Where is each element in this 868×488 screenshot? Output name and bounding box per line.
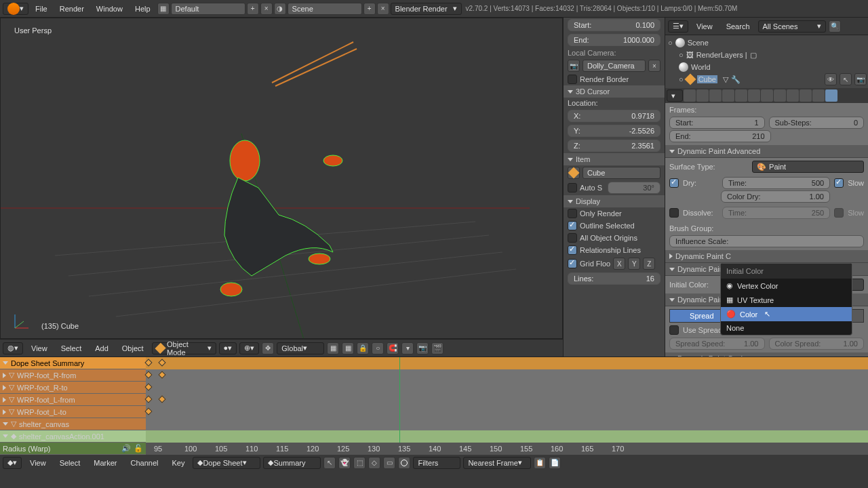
popup-vertex-color[interactable]: ◉Vertex Color [721,279,852,293]
3d-viewport[interactable]: User Persp [0,18,563,339]
3d-menu-add[interactable]: Add [90,342,114,355]
autosmooth-angle[interactable]: 30° [608,182,660,194]
tab-texture[interactable] [800,89,812,102]
restrict-select-icon[interactable]: ↖ [840,73,852,85]
props-editor-dd[interactable]: ▾ [667,89,683,102]
del-scene-icon[interactable]: × [377,3,389,15]
menu-help[interactable]: Help [130,2,156,16]
channel-radius[interactable]: Radius (Warp)🔊🔓 [0,443,146,455]
axis-x-btn[interactable]: X [613,258,625,270]
editor-type-dd[interactable]: ▾ [3,3,28,15]
popup-color[interactable]: 🔴Color↖ [721,307,852,321]
influence-scale[interactable]: Influence Scale: [669,235,864,247]
axis-y-btn[interactable]: Y [628,258,640,270]
tree-scene[interactable]: ○Scene [667,37,867,49]
spread-speed[interactable]: Spread Speed:1.00 [669,338,765,350]
tab-world[interactable] [722,89,734,102]
panel-dp-cache[interactable]: Dynamic Paint Cache [665,352,868,357]
3d-menu-object[interactable]: Object [117,342,149,355]
channel-list[interactable]: Dope Sheet Summary ▽WRP-foot_R-from ▽WRP… [0,357,146,455]
ds-filters-dd[interactable]: Filters [413,457,460,469]
channel-row[interactable]: ▽shelter_canvas [0,418,146,430]
lock-to-scene-icon[interactable]: 🔒 [357,342,369,354]
origins-chk[interactable] [568,233,577,243]
panel-dp-output[interactable]: Dynamic Paint C [665,250,868,263]
3d-menu-select[interactable]: Select [56,342,87,355]
ds-errors-icon[interactable]: ⬚ [353,457,366,469]
channel-action[interactable]: ◆shelter_canvasAction.001 [0,430,146,443]
tab-constraints[interactable] [748,89,760,102]
tree-renderlayers[interactable]: ○🖼RenderLayers |▢ [667,49,867,61]
time-ruler[interactable]: 95 100 105 110 115 120 125 130 135 140 1… [146,443,868,455]
add-layout-icon[interactable]: + [247,3,259,15]
tab-renderlayers[interactable] [696,89,709,102]
ds-mode-dd[interactable]: ◆ Dope Sheet ▾ [193,457,260,469]
ds-editor-dd[interactable]: ◆▾ [3,457,22,469]
cursor-y[interactable]: Y:-2.5526 [568,125,660,137]
snap-toggle[interactable]: 🧲 [387,342,399,354]
ds-paste-icon[interactable]: 📄 [549,457,561,469]
cursor-x[interactable]: X:0.9718 [568,110,660,122]
playhead[interactable] [399,357,400,455]
restrict-render-icon[interactable]: 📷 [854,73,867,85]
proportional-dd[interactable]: ○ [372,342,384,354]
ds-hidden-icon[interactable]: 👻 [338,457,351,469]
clear-camera-icon[interactable]: × [648,60,660,72]
render-engine-dd[interactable]: Blender Render▾ [391,3,462,15]
outliner-type-dd[interactable]: ☰▾ [668,20,688,33]
editor-type-3dview[interactable]: ◍▾ [3,342,23,354]
tree-world[interactable]: World [667,61,867,73]
outliner-tree[interactable]: ○Scene ○🖼RenderLayers |▢ World ○Cube▽🔧 👁… [665,35,868,88]
dissolve-chk[interactable] [669,208,679,218]
outliner-view[interactable]: View [691,20,718,33]
3d-menu-view[interactable]: View [26,342,53,355]
tree-cube[interactable]: ○Cube▽🔧 👁↖📷 [667,73,867,85]
color-spread[interactable]: Color Spread:1.00 [769,338,865,350]
ds-summary-dd[interactable]: ◆ Summary [263,457,321,469]
render-border-chk[interactable] [568,75,577,84]
ds-nla-icon[interactable]: ▭ [383,457,395,469]
rel-lines-chk[interactable] [568,245,577,255]
opengl-anim-icon[interactable]: 🎬 [431,342,443,354]
menu-render[interactable]: Render [54,2,90,16]
snap-type-dd[interactable]: ▾ [401,342,414,354]
dissolve-slow-chk[interactable] [834,208,844,218]
channel-row[interactable]: ▽WRP-foot_R-to [0,382,146,394]
dry-time[interactable]: Time:500 [722,177,830,189]
back-to-prev-icon[interactable]: ▦ [157,3,170,15]
panel-dp-advanced[interactable]: Dynamic Paint Advanced [665,145,868,158]
channel-row[interactable]: ▽WRP-foot_L-from [0,394,146,406]
menu-file[interactable]: File [30,2,53,16]
scene-browse-icon[interactable]: ◑ [274,3,286,15]
cursor-z[interactable]: Z:2.3561 [568,140,660,152]
ds-copy-icon[interactable]: 📋 [534,457,546,469]
del-layout-icon[interactable]: × [260,3,273,15]
tab-data[interactable] [774,89,786,102]
substeps[interactable]: Sub-Steps:0 [769,117,865,129]
item-name-field[interactable]: Cube [583,167,660,179]
lock-icon[interactable]: 🔓 [134,444,143,453]
dissolve-time[interactable]: Time:250 [722,207,830,219]
layers-1[interactable]: ▦ [327,342,339,354]
ds-key[interactable]: Key [166,456,190,470]
orientation-dd[interactable]: Global ▾ [277,342,324,354]
channel-row[interactable]: ▽WRP-foot_R-from [0,369,146,382]
add-scene-icon[interactable]: + [363,3,376,15]
panel-3dcursor[interactable]: 3D Cursor [564,85,665,98]
outliner-search[interactable]: Search [721,20,755,33]
nfield-end[interactable]: End:1000.000 [568,34,660,46]
use-spread-chk[interactable] [669,325,679,335]
mode-dd[interactable]: Object Mode ▾ [152,342,216,354]
ds-filter-icon[interactable] [398,457,410,469]
dry-chk[interactable] [669,178,679,188]
only-render-chk[interactable] [568,209,577,218]
ds-view[interactable]: View [24,456,52,470]
menu-window[interactable]: Window [91,2,128,16]
camera-browse-icon[interactable]: 📷 [568,60,580,72]
ds-sel-only-icon[interactable]: ↖ [323,457,336,469]
restrict-view-icon[interactable]: 👁 [825,73,837,85]
axis-z-btn[interactable]: Z [643,258,655,270]
scene-field[interactable]: Scene [288,3,362,15]
ds-group-icon[interactable]: ◇ [368,457,380,469]
dopesheet-track[interactable]: 135 95 100 105 110 115 120 125 130 135 1… [146,357,868,455]
